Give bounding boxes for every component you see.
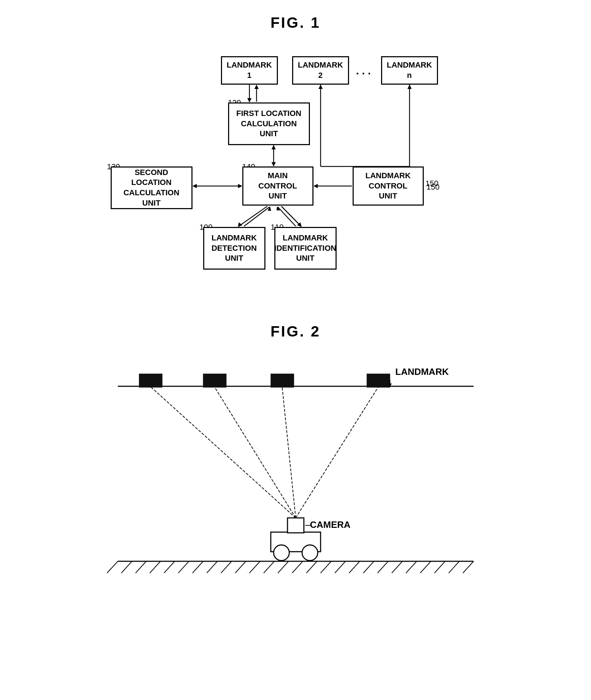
landmarkn-box: LANDMARK n xyxy=(381,56,438,85)
svg-line-55 xyxy=(221,561,232,573)
fig1-diagram: LANDMARK 1 LANDMARK 2 · · · LANDMARK n 1… xyxy=(100,46,491,295)
svg-rect-30 xyxy=(271,374,294,387)
svg-marker-12 xyxy=(271,162,276,166)
fig2-diagram: LANDMARK CAMERA xyxy=(100,354,491,603)
svg-line-54 xyxy=(207,561,217,573)
svg-line-44 xyxy=(215,387,296,518)
svg-line-64 xyxy=(349,561,360,573)
lm-ctrl-box: LANDMARK CONTROL UNIT xyxy=(353,166,424,206)
svg-marker-18 xyxy=(313,184,318,188)
svg-marker-15 xyxy=(192,184,197,188)
svg-line-57 xyxy=(249,561,260,573)
svg-line-53 xyxy=(192,561,203,573)
svg-line-50 xyxy=(150,561,160,573)
svg-line-67 xyxy=(392,561,402,573)
svg-line-72 xyxy=(463,561,474,573)
svg-line-19 xyxy=(239,206,267,226)
svg-line-68 xyxy=(406,561,417,573)
landmark-dots: · · · xyxy=(356,68,371,80)
svg-marker-5 xyxy=(318,85,323,89)
svg-line-58 xyxy=(264,561,274,573)
svg-rect-28 xyxy=(139,374,162,387)
svg-line-51 xyxy=(164,561,175,573)
lm-ident-box: LANDMARK IDENTIFICATION UNIT xyxy=(274,227,337,270)
svg-line-62 xyxy=(321,561,331,573)
svg-line-45 xyxy=(282,387,296,518)
page: FIG. 1 xyxy=(0,0,591,700)
svg-marker-26 xyxy=(276,206,280,211)
svg-marker-1 xyxy=(247,98,252,102)
svg-line-60 xyxy=(292,561,303,573)
fig1-title: FIG. 1 xyxy=(21,14,570,31)
svg-marker-20 xyxy=(238,222,242,227)
svg-text:LANDMARK: LANDMARK xyxy=(395,366,449,377)
svg-line-59 xyxy=(278,561,289,573)
svg-line-49 xyxy=(136,561,146,573)
main-ctrl-box: MAIN CONTROL UNIT xyxy=(242,166,313,206)
lm-detect-box: LANDMARK DETECTION UNIT xyxy=(203,227,265,270)
svg-point-36 xyxy=(274,545,289,561)
svg-rect-38 xyxy=(287,518,304,533)
svg-line-71 xyxy=(449,561,459,573)
svg-line-63 xyxy=(335,561,345,573)
svg-line-70 xyxy=(434,561,445,573)
ref-150-label: 150 xyxy=(427,182,440,192)
svg-line-48 xyxy=(121,561,132,573)
svg-line-69 xyxy=(420,561,431,573)
svg-line-52 xyxy=(178,561,189,573)
svg-line-56 xyxy=(235,561,246,573)
landmark2-box: LANDMARK 2 xyxy=(292,56,349,85)
svg-rect-29 xyxy=(203,374,226,387)
svg-line-65 xyxy=(363,561,374,573)
svg-line-66 xyxy=(378,561,388,573)
landmark1-box: LANDMARK 1 xyxy=(221,56,278,85)
svg-rect-31 xyxy=(367,374,390,387)
svg-line-23 xyxy=(244,207,269,226)
svg-marker-24 xyxy=(268,206,271,211)
svg-point-37 xyxy=(302,545,318,561)
second-loc-box: SECOND LOCATION CALCULATION UNIT xyxy=(111,166,192,209)
fig2-title: FIG. 2 xyxy=(21,323,570,340)
svg-marker-22 xyxy=(297,222,302,227)
first-loc-box: FIRST LOCATION CALCULATION UNIT xyxy=(228,102,310,145)
svg-line-21 xyxy=(281,206,301,226)
svg-line-61 xyxy=(306,561,317,573)
svg-line-43 xyxy=(296,387,378,518)
svg-marker-16 xyxy=(238,184,242,188)
svg-marker-7 xyxy=(407,85,412,89)
svg-marker-13 xyxy=(271,145,276,149)
fig2-svg: LANDMARK CAMERA xyxy=(100,354,491,603)
svg-marker-3 xyxy=(254,85,259,89)
svg-line-42 xyxy=(151,387,296,518)
svg-text:CAMERA: CAMERA xyxy=(310,519,350,530)
svg-line-47 xyxy=(107,561,118,573)
